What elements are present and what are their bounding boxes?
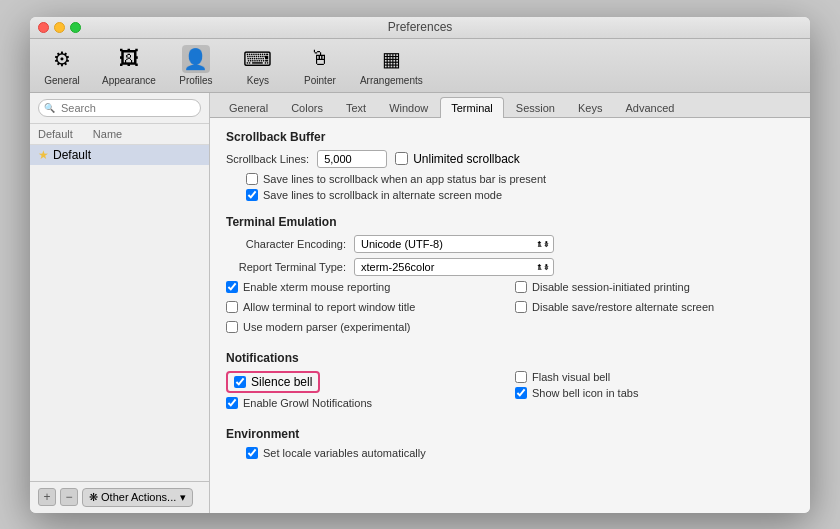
sidebar: Default Name ★ Default + − ❋ Other Actio… — [30, 93, 210, 513]
tab-advanced[interactable]: Advanced — [614, 97, 685, 118]
save-alternate-row: Save lines to scrollback in alternate sc… — [226, 189, 794, 201]
flash-visual-label: Flash visual bell — [532, 371, 610, 383]
report-window-checkbox[interactable] — [226, 301, 238, 313]
notifications-title: Notifications — [226, 351, 794, 365]
toolbar-arrangements-label: Arrangements — [360, 75, 423, 86]
show-bell-icon-label: Show bell icon in tabs — [532, 387, 638, 399]
search-input[interactable] — [38, 99, 201, 117]
silence-bell-box: Silence bell — [226, 371, 320, 393]
col-default: Default — [38, 128, 73, 140]
show-bell-icon-row: Show bell icon in tabs — [515, 387, 794, 399]
unlimited-row: Unlimited scrollback — [395, 152, 520, 166]
encoding-label: Character Encoding: — [226, 238, 346, 250]
save-alternate-checkbox[interactable] — [246, 189, 258, 201]
toolbar-keys[interactable]: ⌨ Keys — [236, 45, 280, 86]
report-type-select[interactable]: xterm-256color — [354, 258, 554, 276]
scrollback-lines-label: Scrollback Lines: — [226, 153, 309, 165]
arrangements-icon: ▦ — [377, 45, 405, 73]
flash-visual-row: Flash visual bell — [515, 371, 794, 383]
xterm-mouse-checkbox[interactable] — [226, 281, 238, 293]
encoding-row: Character Encoding: Unicode (UTF-8) ⬆⬇ — [226, 235, 794, 253]
settings-panel: General Colors Text Window Terminal Sess… — [210, 93, 810, 513]
report-select-wrapper: xterm-256color ⬆⬇ — [354, 258, 554, 276]
show-bell-icon-checkbox[interactable] — [515, 387, 527, 399]
sidebar-list: ★ Default — [30, 145, 209, 481]
add-profile-button[interactable]: + — [38, 488, 56, 506]
tab-general[interactable]: General — [218, 97, 279, 118]
close-button[interactable] — [38, 22, 49, 33]
toolbar-profiles-label: Profiles — [179, 75, 212, 86]
zoom-button[interactable] — [70, 22, 81, 33]
silence-bell-col: Silence bell Enable Growl Notifications — [226, 371, 505, 413]
report-window-row: Allow terminal to report window title — [226, 301, 505, 313]
profiles-icon: 👤 — [182, 45, 210, 73]
other-actions-button[interactable]: ❋ Other Actions... ▾ — [82, 488, 193, 507]
set-locale-label: Set locale variables automatically — [263, 447, 426, 459]
modern-parser-label: Use modern parser (experimental) — [243, 321, 411, 333]
toolbar-appearance[interactable]: 🖼 Appearance — [102, 45, 156, 86]
set-locale-checkbox[interactable] — [246, 447, 258, 459]
save-app-status-checkbox[interactable] — [246, 173, 258, 185]
terminal-emulation-title: Terminal Emulation — [226, 215, 794, 229]
enable-growl-row: Enable Growl Notifications — [226, 397, 505, 409]
tab-colors[interactable]: Colors — [280, 97, 334, 118]
panel-content: Scrollback Buffer Scrollback Lines: Unli… — [210, 118, 810, 513]
toolbar-appearance-label: Appearance — [102, 75, 156, 86]
general-icon: ⚙ — [48, 45, 76, 73]
main-content: Default Name ★ Default + − ❋ Other Actio… — [30, 93, 810, 513]
toolbar-profiles[interactable]: 👤 Profiles — [174, 45, 218, 86]
appearance-icon: 🖼 — [115, 45, 143, 73]
disable-printing-checkbox[interactable] — [515, 281, 527, 293]
sidebar-footer: + − ❋ Other Actions... ▾ — [30, 481, 209, 513]
sidebar-item-default[interactable]: ★ Default — [30, 145, 209, 165]
disable-alternate-row: Disable save/restore alternate screen — [515, 301, 794, 313]
disable-alternate-checkbox[interactable] — [515, 301, 527, 313]
window-title: Preferences — [388, 20, 453, 34]
flash-visual-checkbox[interactable] — [515, 371, 527, 383]
tab-window[interactable]: Window — [378, 97, 439, 118]
tab-keys[interactable]: Keys — [567, 97, 613, 118]
unlimited-checkbox[interactable] — [395, 152, 408, 165]
report-type-label: Report Terminal Type: — [226, 261, 346, 273]
tab-terminal[interactable]: Terminal — [440, 97, 504, 118]
encoding-select-wrapper: Unicode (UTF-8) ⬆⬇ — [354, 235, 554, 253]
toolbar-arrangements[interactable]: ▦ Arrangements — [360, 45, 423, 86]
keys-icon: ⌨ — [244, 45, 272, 73]
tab-session[interactable]: Session — [505, 97, 566, 118]
enable-growl-label: Enable Growl Notifications — [243, 397, 372, 409]
toolbar-general[interactable]: ⚙ General — [40, 45, 84, 86]
search-wrap — [38, 99, 201, 117]
tab-text[interactable]: Text — [335, 97, 377, 118]
minimize-button[interactable] — [54, 22, 65, 33]
star-icon: ★ — [38, 148, 49, 162]
traffic-lights — [38, 22, 81, 33]
silence-bell-checkbox[interactable] — [234, 376, 246, 388]
terminal-emulation-section: Terminal Emulation Character Encoding: U… — [226, 215, 794, 337]
xterm-mouse-row: Enable xterm mouse reporting — [226, 281, 505, 293]
modern-parser-row: Use modern parser (experimental) — [226, 321, 505, 333]
notifications-section: Notifications Silence bell Enable Growl … — [226, 351, 794, 413]
disable-alternate-label: Disable save/restore alternate screen — [532, 301, 714, 313]
xterm-mouse-label: Enable xterm mouse reporting — [243, 281, 390, 293]
titlebar: Preferences — [30, 17, 810, 39]
scrollback-section: Scrollback Buffer Scrollback Lines: Unli… — [226, 130, 794, 201]
unlimited-label: Unlimited scrollback — [413, 152, 520, 166]
scrollback-lines-input[interactable] — [317, 150, 387, 168]
enable-growl-checkbox[interactable] — [226, 397, 238, 409]
environment-section: Environment Set locale variables automat… — [226, 427, 794, 459]
modern-parser-checkbox[interactable] — [226, 321, 238, 333]
toolbar-pointer[interactable]: 🖱 Pointer — [298, 45, 342, 86]
remove-profile-button[interactable]: − — [60, 488, 78, 506]
sidebar-item-label: Default — [53, 148, 91, 162]
set-locale-row: Set locale variables automatically — [226, 447, 794, 459]
scrollback-title: Scrollback Buffer — [226, 130, 794, 144]
report-type-row: Report Terminal Type: xterm-256color ⬆⬇ — [226, 258, 794, 276]
toolbar-keys-label: Keys — [247, 75, 269, 86]
chevron-down-icon: ▾ — [180, 491, 186, 504]
encoding-select[interactable]: Unicode (UTF-8) — [354, 235, 554, 253]
sidebar-column-headers: Default Name — [30, 124, 209, 145]
plus-icon: + — [43, 490, 50, 504]
other-actions-label: ❋ Other Actions... — [89, 491, 176, 504]
environment-title: Environment — [226, 427, 794, 441]
pointer-icon: 🖱 — [306, 45, 334, 73]
